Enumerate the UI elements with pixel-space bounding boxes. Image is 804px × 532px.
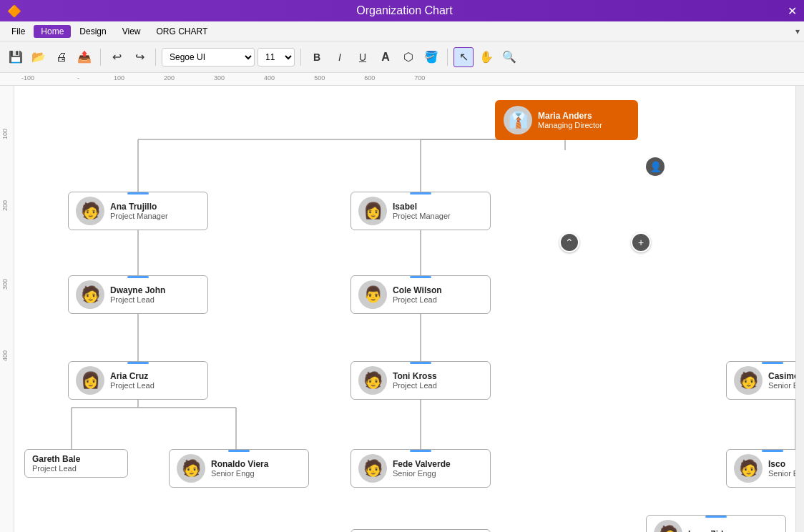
titlebar: 🔶 Organization Chart ✕ <box>0 0 804 21</box>
italic-button[interactable]: I <box>330 47 350 67</box>
avatar-ana: 🧑 <box>76 197 104 225</box>
node-luca-zidane[interactable]: 🧑 Luca Zidane <box>646 515 786 532</box>
accent-bar-fede <box>410 450 431 452</box>
menu-design[interactable]: Design <box>72 25 113 38</box>
node-name-isabel: Isabel <box>393 202 451 212</box>
node-name-toni: Toni Kross <box>393 371 437 381</box>
node-fede-valverde[interactable]: 🧑 Fede Valverde Senior Engg <box>350 449 491 488</box>
node-title-toni: Project Lead <box>393 381 437 390</box>
node-title-maria: Managing Director <box>538 121 602 129</box>
menu-chevron: ▾ <box>795 26 800 36</box>
avatar-dwayne: 🧑 <box>76 280 104 309</box>
node-info-cole: Cole Wilson Project Lead <box>393 285 442 304</box>
node-name-dwayne: Dwayne John <box>110 285 165 295</box>
accent-bar-aria <box>127 362 149 364</box>
node-dwayne-john[interactable]: 🧑 Dwayne John Project Lead <box>68 275 208 314</box>
undo-button[interactable]: ↩ <box>107 47 127 67</box>
node-info-casimer: Casimer Senior E... <box>768 371 795 390</box>
accent-bar-casimer <box>762 362 783 364</box>
node-name-cole: Cole Wilson <box>393 285 442 295</box>
ruler-marks: -100 - 100 200 300 400 500 600 700 <box>21 74 464 82</box>
select-tool-button[interactable]: ↖ <box>454 47 474 67</box>
avatar-luca: 🧑 <box>654 520 682 532</box>
accent-bar-luca <box>705 516 727 518</box>
accent-bar-isabel <box>410 192 431 194</box>
canvas-area: 100 200 300 400 <box>0 86 804 532</box>
separator-4 <box>447 49 448 66</box>
font-family-select[interactable]: Segoe UI <box>162 48 255 66</box>
accent-bar-cole <box>410 276 431 278</box>
avatar-isabel: 👩 <box>358 197 387 225</box>
font-size-select[interactable]: 11 <box>258 48 295 66</box>
node-name-aria: Aria Cruz <box>110 371 155 381</box>
node-title-aria: Project Lead <box>110 381 155 390</box>
menu-view[interactable]: View <box>115 25 148 38</box>
node-title-casimer: Senior E... <box>768 381 795 390</box>
node-isabel[interactable]: 👩 Isabel Project Manager <box>350 192 491 230</box>
underline-button[interactable]: U <box>353 47 373 67</box>
node-casimer[interactable]: 🧑 Casimer Senior E... <box>726 361 795 400</box>
bold-button[interactable]: B <box>307 47 327 67</box>
save-button[interactable]: 💾 <box>6 47 26 67</box>
accent-bar-dwayne <box>127 276 149 278</box>
accent-bar-ana <box>127 192 149 194</box>
node-info-isabel: Isabel Project Manager <box>393 202 451 220</box>
node-cole-wilson[interactable]: 👨 Cole Wilson Project Lead <box>350 275 491 314</box>
add-child-button[interactable]: + <box>631 232 651 252</box>
node-maria-anders[interactable]: 👔 Maria Anders Managing Director <box>495 100 638 140</box>
menu-home[interactable]: Home <box>34 25 71 38</box>
node-bottom-placeholder[interactable] <box>350 529 491 532</box>
ruler: -100 - 100 200 300 400 500 600 700 <box>0 73 804 86</box>
org-chart-canvas[interactable]: 👔 Maria Anders Managing Director ⌃ + 👤 🧑… <box>14 86 795 532</box>
fill-color-button[interactable]: 🪣 <box>421 47 441 67</box>
shade-button[interactable]: ⬡ <box>398 47 418 67</box>
node-name-fede: Fede Valverde <box>393 459 451 469</box>
font-color-button[interactable]: A <box>376 47 396 67</box>
node-name-ana: Ana Trujillo <box>110 202 168 212</box>
node-title-ronaldo: Senior Engg <box>211 469 268 478</box>
separator-1 <box>100 49 101 66</box>
avatar-cole: 👨 <box>358 280 387 309</box>
accent-bar-ronaldo <box>228 450 250 452</box>
toolbar: 💾 📂 🖨 📤 ↩ ↪ Segoe UI 11 B I U A ⬡ 🪣 ↖ ✋ … <box>0 41 804 73</box>
node-name-maria: Maria Anders <box>538 111 602 121</box>
node-ronaldo-viera[interactable]: 🧑 Ronaldo Viera Senior Engg <box>169 449 309 488</box>
node-toni-kross[interactable]: 🧑 Toni Kross Project Lead <box>350 361 491 400</box>
pan-tool-button[interactable]: ✋ <box>476 47 496 67</box>
accent-bar-isco <box>762 450 783 452</box>
menubar: File Home Design View ORG CHART ▾ <box>0 21 804 41</box>
node-gareth-bale[interactable]: Gareth Bale Project Lead <box>24 449 128 478</box>
node-info-ana: Ana Trujillo Project Manager <box>110 202 168 220</box>
node-title-gareth: Project Lead <box>32 464 80 473</box>
avatar-ronaldo: 🧑 <box>177 454 205 483</box>
node-info-fede: Fede Valverde Senior Engg <box>393 459 451 478</box>
vertical-scrollbar[interactable] <box>795 86 804 532</box>
share-button[interactable]: 📤 <box>74 47 94 67</box>
avatar-aria: 👩 <box>76 366 104 395</box>
avatar-casimer: 🧑 <box>734 366 763 395</box>
separator-3 <box>300 49 301 66</box>
menu-file[interactable]: File <box>4 25 32 38</box>
node-ana-trujillo[interactable]: 🧑 Ana Trujillo Project Manager <box>68 192 208 230</box>
avatar-fede: 🧑 <box>358 454 387 483</box>
print-button[interactable]: 🖨 <box>52 47 72 67</box>
left-ruler: 100 200 300 400 <box>0 86 14 532</box>
menu-orgchart[interactable]: ORG CHART <box>149 25 215 38</box>
node-isco[interactable]: 🧑 Isco Senior E... <box>726 449 795 488</box>
node-info-aria: Aria Cruz Project Lead <box>110 371 155 390</box>
node-info-toni: Toni Kross Project Lead <box>393 371 437 390</box>
node-title-isco: Senior E... <box>768 469 795 478</box>
node-info-gareth: Gareth Bale Project Lead <box>32 454 80 473</box>
node-name-isco: Isco <box>768 459 795 469</box>
node-aria-cruz[interactable]: 👩 Aria Cruz Project Lead <box>68 361 208 400</box>
open-button[interactable]: 📂 <box>29 47 49 67</box>
node-name-ronaldo: Ronaldo Viera <box>211 459 268 469</box>
node-options-button[interactable]: 👤 <box>646 157 665 176</box>
separator-2 <box>155 49 156 66</box>
redo-button[interactable]: ↪ <box>129 47 149 67</box>
collapse-button[interactable]: ⌃ <box>559 232 579 252</box>
node-title-dwayne: Project Lead <box>110 295 165 304</box>
zoom-tool-button[interactable]: 🔍 <box>499 47 519 67</box>
node-name-luca: Luca Zidane <box>688 529 738 532</box>
close-button[interactable]: ✕ <box>788 4 797 18</box>
